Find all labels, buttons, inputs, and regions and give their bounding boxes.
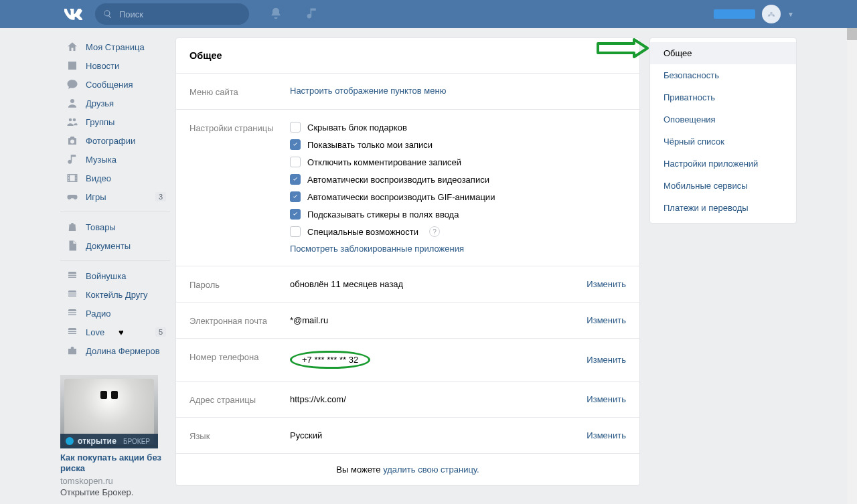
val-phone: +7 *** *** ** 32 (290, 351, 370, 369)
change-language[interactable]: Изменить (587, 430, 626, 440)
nav-app-3[interactable]: Радио (60, 304, 170, 323)
checkbox[interactable] (290, 226, 301, 237)
nav-market[interactable]: Товары (60, 218, 170, 236)
side-app-settings[interactable]: Настройки приложений (650, 153, 796, 175)
nav-my-page[interactable]: Моя Страница (60, 37, 170, 56)
notifications-icon[interactable] (269, 7, 283, 22)
footer-delete: Вы можете удалить свою страницу. (176, 454, 639, 485)
delete-page-link[interactable]: удалить свою страницу. (383, 465, 479, 475)
side-security[interactable]: Безопасность (650, 64, 796, 86)
groups-icon (66, 115, 79, 129)
nav-video[interactable]: Видео (60, 169, 170, 187)
nav-docs[interactable]: Документы (60, 236, 170, 255)
search-input[interactable] (118, 9, 241, 20)
chk-autoplay-gif[interactable]: Автоматически воспроизводить GIF-анимаци… (290, 191, 626, 202)
ad-domain: tomskopen.ru (60, 476, 170, 486)
search-icon (103, 9, 112, 19)
doc-icon (66, 239, 79, 252)
ad-block[interactable]: открытиеБРОКЕР Как покупать акции без ри… (60, 375, 170, 497)
top-header: ▼ (0, 0, 857, 28)
nav-music[interactable]: Музыка (60, 150, 170, 169)
checkbox[interactable] (290, 191, 301, 202)
heart-icon: ♥ (119, 327, 124, 337)
change-phone[interactable]: Изменить (587, 355, 626, 365)
side-mobile[interactable]: Мобильные сервисы (650, 175, 796, 197)
nav-app-1[interactable]: Войнушка (60, 266, 170, 285)
game-icon (66, 190, 79, 203)
chk-disable-comments[interactable]: Отключить комментирование записей (290, 157, 626, 167)
label-language: Язык (189, 430, 290, 441)
nav-photos[interactable]: Фотографии (60, 131, 170, 150)
camera-icon (66, 134, 79, 147)
ad-title: Как покупать акции без риска (60, 452, 170, 475)
briefcase-icon (66, 344, 79, 357)
nav-games[interactable]: Игры3 (60, 187, 170, 206)
side-notifications[interactable]: Оповещения (650, 108, 796, 131)
help-icon[interactable]: ? (429, 226, 440, 237)
nav-app-4[interactable]: Love♥5 (60, 323, 170, 341)
search-box[interactable] (95, 3, 249, 25)
chk-only-my-posts[interactable]: Показывать только мои записи (290, 139, 626, 150)
username-redacted (714, 9, 755, 19)
settings-title: Общее (176, 38, 639, 74)
nav-friends[interactable]: Друзья (60, 94, 170, 112)
nav-app-2[interactable]: Коктейль Другу (60, 285, 170, 304)
user-menu[interactable]: ▼ (714, 5, 794, 23)
ad-image: открытиеБРОКЕР (60, 375, 158, 448)
nav-messages[interactable]: Сообщения (60, 75, 170, 94)
nav-app-5[interactable]: Долина Фермеров (60, 341, 170, 360)
checkbox[interactable] (290, 122, 301, 133)
label-address: Адрес страницы (189, 394, 290, 405)
chk-autoplay-video[interactable]: Автоматически воспроизводить видеозаписи (290, 174, 626, 185)
section-address: Адрес страницы https://vk.com/Изменить (176, 382, 639, 418)
section-page-settings: Настройки страницы Скрывать блок подарко… (176, 110, 639, 266)
section-phone: Номер телефона +7 *** *** ** 32Изменить (176, 339, 639, 382)
checkbox[interactable] (290, 174, 301, 185)
note-icon (66, 153, 79, 166)
stack-icon (66, 307, 79, 320)
blocked-apps-link[interactable]: Посмотреть заблокированные приложения (290, 244, 464, 254)
left-nav: Моя Страница Новости Сообщения Друзья Гр… (60, 37, 170, 206)
label-password: Пароль (189, 278, 290, 290)
chk-suggest-stickers[interactable]: Подсказывать стикеры в полях ввода (290, 209, 626, 220)
chk-hide-gifts[interactable]: Скрывать блок подарков (290, 122, 626, 133)
vk-logo[interactable] (64, 5, 83, 23)
badge-love: 5 (155, 327, 166, 337)
nav-groups[interactable]: Группы (60, 112, 170, 131)
chk-accessibility[interactable]: Специальные возможности? (290, 226, 626, 237)
settings-panel: Общее Меню сайта Настроить отображение п… (175, 37, 640, 486)
nav-news[interactable]: Новости (60, 56, 170, 75)
val-email: *@mail.ru (290, 315, 587, 325)
news-icon (66, 59, 79, 72)
settings-side-nav: Общее Безопасность Приватность Оповещени… (649, 37, 797, 224)
annotation-arrow (597, 38, 649, 58)
label-email: Электронная почта (189, 315, 290, 326)
side-blacklist[interactable]: Чёрный список (650, 131, 796, 153)
nav-separator (60, 260, 170, 261)
friend-icon (66, 96, 79, 110)
badge-games: 3 (155, 192, 166, 201)
ad-description: Открытие Брокер. (60, 487, 170, 497)
configure-menu-link[interactable]: Настроить отображение пунктов меню (290, 86, 446, 96)
change-email[interactable]: Изменить (587, 315, 626, 325)
stack-icon (66, 288, 79, 301)
side-privacy[interactable]: Приватность (650, 86, 796, 108)
scrollbar-track[interactable] (847, 0, 857, 504)
change-password[interactable]: Изменить (587, 279, 626, 289)
label-page-settings: Настройки страницы (189, 122, 290, 254)
section-language: Язык РусскийИзменить (176, 418, 639, 454)
side-payments[interactable]: Платежи и переводы (650, 197, 796, 219)
nav-separator (60, 212, 170, 212)
label-phone: Номер телефона (189, 351, 290, 369)
section-password: Пароль обновлён 11 месяцев назадИзменить (176, 266, 639, 303)
music-icon[interactable] (305, 7, 319, 22)
checkbox[interactable] (290, 139, 301, 150)
stack-icon (66, 325, 79, 339)
checkbox[interactable] (290, 209, 301, 220)
message-icon (66, 78, 79, 91)
avatar (762, 5, 781, 23)
change-address[interactable]: Изменить (587, 394, 626, 404)
checkbox[interactable] (290, 157, 301, 167)
side-general[interactable]: Общее (650, 42, 796, 64)
stack-icon (66, 269, 79, 282)
